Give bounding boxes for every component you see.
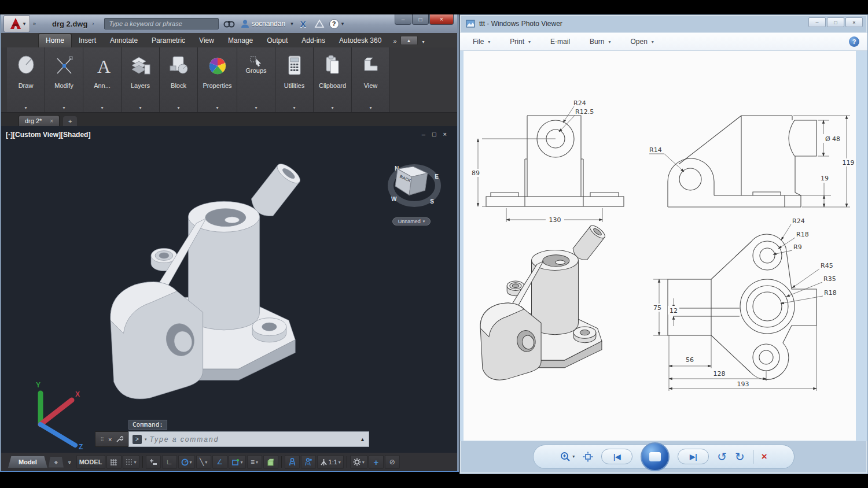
app-menu-arrow-icon[interactable]: ▾	[23, 21, 26, 27]
user-menu-arrow-icon[interactable]: ▾	[290, 21, 293, 27]
panel-properties[interactable]: Properties ▾	[198, 47, 237, 112]
new-document-tab[interactable]: +	[63, 116, 77, 126]
customize-wrench-icon[interactable]	[116, 435, 123, 443]
panel-expand-icon[interactable]: ▾	[101, 105, 103, 110]
object-snap-tracking-toggle[interactable]: ∠	[212, 455, 227, 469]
panel-expand-icon[interactable]: ▾	[369, 105, 372, 110]
isodraft-toggle[interactable]: ╲ ▾	[196, 455, 211, 469]
model-viewport[interactable]: [-][Custom View][Shaded] – □ ×	[1, 126, 457, 453]
delete-button[interactable]: ×	[762, 451, 767, 463]
panel-block[interactable]: Block ▾	[160, 47, 198, 112]
command-bar[interactable]: ⠿ × > ▾ Type a command ▲	[95, 431, 369, 447]
customization-dropdown-icon[interactable]: ▾	[362, 460, 365, 465]
tab-autodesk360[interactable]: Autodesk 360	[332, 34, 388, 47]
previous-button[interactable]: |◀	[601, 449, 632, 464]
tab-parametric[interactable]: Parametric	[145, 34, 192, 47]
command-input[interactable]: > ▾ Type a command ▲	[128, 431, 369, 447]
document-tab-close-icon[interactable]: ×	[50, 118, 53, 124]
tab-home[interactable]: Home	[38, 34, 72, 47]
panel-expand-icon[interactable]: ▾	[24, 105, 27, 110]
next-button[interactable]: ▶|	[678, 449, 709, 464]
grid-display-toggle[interactable]	[106, 455, 122, 469]
customization-button[interactable]: ▾	[350, 455, 367, 469]
ribbon-minimize-arrow-icon[interactable]: ▾	[422, 39, 425, 47]
pv-maximize-button[interactable]: □	[827, 17, 844, 27]
tab-addins[interactable]: Add-ins	[295, 34, 332, 47]
rotate-ccw-button[interactable]: ↺	[717, 450, 727, 464]
new-layout-tab[interactable]: ◆	[49, 457, 64, 468]
annotation-scale-indicator[interactable]: 1:1 ▾	[317, 455, 344, 469]
title-expand-icon[interactable]: ›	[92, 21, 94, 27]
viewcube-east-label[interactable]: E	[435, 173, 439, 180]
menu-email[interactable]: E-mail	[550, 38, 570, 46]
tab-manage[interactable]: Manage	[221, 34, 260, 47]
scale-dropdown-icon[interactable]: ▾	[339, 460, 341, 465]
zoom-button[interactable]: ▾	[560, 452, 575, 462]
annotation-visibility-toggle[interactable]	[285, 455, 300, 469]
tab-insert[interactable]: Insert	[72, 34, 103, 47]
autocad-app-button[interactable]: ▾	[3, 15, 30, 32]
model-space-button[interactable]: MODEL	[76, 455, 105, 469]
pv-close-button[interactable]: ×	[845, 17, 863, 27]
panel-annotation[interactable]: A Ann... ▾	[83, 47, 122, 112]
tab-view[interactable]: View	[192, 34, 221, 47]
annotation-autoscale-toggle[interactable]	[301, 455, 316, 469]
command-expand-icon[interactable]: ▲	[360, 437, 365, 442]
tab-output[interactable]: Output	[260, 34, 295, 47]
object-snap-toggle[interactable]: ▾	[229, 455, 246, 469]
panel-utilities[interactable]: Utilities ▾	[275, 47, 314, 112]
viewcube[interactable]: BACK	[393, 162, 433, 202]
infer-constraints-toggle[interactable]	[146, 455, 161, 469]
isolate-objects-button[interactable]: ⊘	[385, 455, 400, 469]
help-menu-arrow-icon[interactable]: ▾	[341, 21, 344, 27]
panel-expand-icon[interactable]: ▾	[177, 105, 179, 110]
panel-draw[interactable]: Draw ▾	[7, 47, 45, 112]
exchange-apps-icon[interactable]: X	[300, 19, 306, 29]
lineweight-dropdown-icon[interactable]: ▾	[256, 460, 258, 465]
actual-size-button[interactable]	[583, 452, 593, 462]
viewcube-ucs-menu[interactable]: Unnamed ▾	[392, 217, 431, 225]
pv-help-icon[interactable]: ?	[849, 36, 859, 47]
panel-expand-icon[interactable]: ▾	[216, 105, 218, 110]
menu-open[interactable]: Open▾	[630, 38, 653, 46]
osnap-dropdown-icon[interactable]: ▾	[241, 460, 243, 465]
help-icon[interactable]: ?	[329, 19, 339, 29]
slideshow-button[interactable]	[641, 442, 670, 471]
zoom-dropdown-icon[interactable]: ▾	[572, 454, 575, 459]
snap-mode-toggle[interactable]: ▾	[123, 455, 139, 469]
polar-dropdown-icon[interactable]: ▾	[190, 460, 192, 465]
panel-expand-icon[interactable]: ▾	[62, 105, 65, 110]
menu-burn[interactable]: Burn▾	[590, 38, 610, 46]
help-search-input[interactable]: Type a keyword or phrase	[104, 18, 219, 29]
panel-expand-icon[interactable]: ▾	[293, 105, 295, 110]
panel-expand-icon[interactable]: ▾	[331, 105, 333, 110]
layout-chevrons-icon[interactable]: »	[67, 460, 73, 464]
document-tab[interactable]: drg 2* ×	[19, 115, 60, 126]
communication-center-icon[interactable]	[314, 19, 325, 28]
signed-in-username[interactable]: socnandan	[251, 20, 285, 28]
recent-commands-icon[interactable]: ▾	[145, 437, 147, 442]
rotate-cw-button[interactable]: ↻	[735, 450, 745, 464]
tab-overflow-icon[interactable]: »	[393, 38, 396, 47]
pv-minimize-button[interactable]: –	[808, 17, 826, 27]
panel-clipboard[interactable]: Clipboard ▾	[314, 47, 352, 112]
menu-print[interactable]: Print▾	[510, 38, 531, 46]
panel-groups[interactable]: Groups ▾	[237, 47, 275, 112]
ortho-toggle[interactable]: ∟	[162, 455, 177, 469]
menu-file[interactable]: File▾	[473, 38, 490, 46]
panel-modify[interactable]: Modify ▾	[45, 47, 83, 112]
add-cleanup-button[interactable]: +	[369, 455, 384, 469]
panel-expand-icon[interactable]: ▾	[255, 105, 257, 110]
polar-tracking-toggle[interactable]: ▾	[178, 455, 195, 469]
isodraft-dropdown-icon[interactable]: ▾	[205, 460, 207, 465]
maximize-button[interactable]: □	[412, 14, 429, 25]
transparency-toggle[interactable]	[263, 455, 278, 469]
search-binoculars-icon[interactable]	[223, 19, 235, 28]
drag-grip-icon[interactable]: ⠿	[100, 437, 105, 442]
ribbon-minimize-button[interactable]: ▲	[400, 36, 418, 45]
panel-view[interactable]: View ▾	[352, 47, 390, 112]
tab-annotate[interactable]: Annotate	[103, 34, 145, 47]
close-button[interactable]: ×	[429, 14, 454, 25]
snap-dropdown-icon[interactable]: ▾	[134, 460, 137, 465]
model-layout-tab[interactable]: Model	[8, 456, 47, 468]
